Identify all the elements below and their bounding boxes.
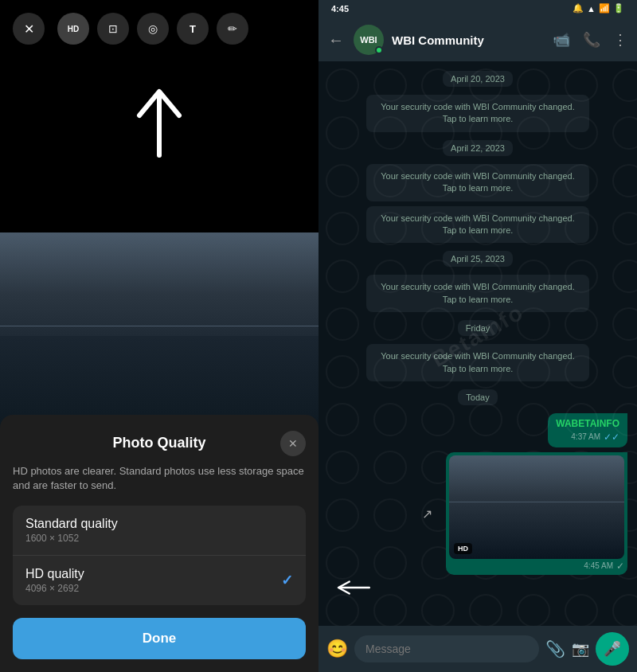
chat-area: April 20, 2023 Your security code with W… (318, 61, 637, 626)
arrow-indicator (334, 572, 374, 607)
message-time-1: 4:37 AM (571, 432, 600, 441)
sheet-header: Photo Quality ✕ (13, 431, 306, 456)
system-message-4[interactable]: Your security code with WBI Community ch… (366, 275, 589, 312)
hd-quality-subtitle: 4096 × 2692 (25, 583, 293, 594)
phone-call-icon[interactable]: 📞 (583, 31, 600, 49)
system-message-3[interactable]: Your security code with WBI Community ch… (366, 206, 589, 244)
hd-badge: HD (454, 543, 472, 554)
more-options-icon[interactable]: ⋮ (613, 31, 627, 49)
hd-quality-title: HD quality (25, 567, 293, 581)
wifi-icon: ▲ (587, 4, 596, 14)
sender-name: WABETAINFO (556, 418, 619, 429)
back-button[interactable]: ← (328, 31, 344, 49)
date-label-april20: April 20, 2023 (443, 71, 513, 87)
text-button[interactable]: T (177, 13, 209, 45)
sent-image-message-wrapper: ↗ HD 4:45 AM ✓ (446, 452, 627, 575)
hd-selected-checkmark: ✓ (281, 572, 293, 589)
quality-options-list: Standard quality 1600 × 1052 HD quality … (13, 506, 306, 605)
sheet-title: Photo Quality (38, 435, 280, 451)
chat-input-bar: 😊 📎 📷 🎤 (318, 626, 637, 672)
contact-info: WBI Community (392, 33, 545, 47)
standard-quality-title: Standard quality (25, 517, 293, 531)
close-icon: ✕ (24, 21, 34, 37)
video-call-icon[interactable]: 📹 (553, 31, 570, 49)
text-icon: T (190, 23, 196, 35)
battery-icon: 🔋 (613, 3, 624, 14)
draw-icon: ✏ (228, 22, 237, 35)
mic-button[interactable]: 🎤 (596, 632, 629, 666)
status-bar-icons: 🔔 ▲ 📶 🔋 (573, 3, 624, 14)
system-message-2[interactable]: Your security code with WBI Community ch… (366, 164, 589, 201)
status-time: 4:45 (331, 4, 349, 14)
up-arrow-icon (131, 88, 187, 162)
hd-icon: HD (68, 25, 79, 33)
date-label-april25: April 25, 2023 (443, 251, 513, 267)
message-image: HD (449, 455, 624, 559)
message-input[interactable] (354, 635, 539, 662)
image-horizon (449, 502, 624, 502)
system-message-5[interactable]: Your security code with WBI Community ch… (366, 344, 589, 381)
date-label-friday: Friday (458, 320, 498, 336)
signal-icon: 📶 (599, 3, 610, 14)
avatar-initials: WBI (360, 35, 377, 45)
sheet-close-icon: ✕ (288, 437, 298, 450)
done-button[interactable]: Done (13, 618, 306, 659)
mic-icon: 🎤 (604, 640, 621, 658)
horizon-line (0, 326, 318, 326)
image-content (449, 455, 624, 559)
standard-quality-option[interactable]: Standard quality 1600 × 1052 (13, 506, 306, 556)
photo-preview (0, 232, 318, 440)
sticker-button[interactable]: ◎ (137, 13, 169, 45)
date-label-april22: April 22, 2023 (443, 140, 513, 156)
status-bar: 4:45 🔔 ▲ 📶 🔋 (318, 0, 637, 17)
sheet-description: HD photos are clearer. Standard photos u… (13, 464, 306, 493)
crop-icon: ⊡ (108, 22, 118, 35)
system-message-1[interactable]: Your security code with WBI Community ch… (366, 95, 589, 132)
notification-icon: 🔔 (573, 3, 584, 14)
forward-icon[interactable]: ↗ (422, 506, 432, 521)
wa-header: ← WBI WBI Community 📹 📞 ⋮ (318, 17, 637, 61)
message-ticks-2: ✓ (616, 561, 624, 572)
message-meta-2: 4:45 AM ✓ (449, 561, 624, 572)
hd-quality-toggle-button[interactable]: HD (57, 13, 89, 45)
message-time-2: 4:45 AM (584, 561, 613, 570)
sent-image-message: HD 4:45 AM ✓ (446, 452, 627, 575)
photo-quality-sheet: Photo Quality ✕ HD photos are clearer. S… (0, 415, 318, 672)
crop-button[interactable]: ⊡ (97, 13, 129, 45)
message-ticks-1: ✓✓ (604, 432, 619, 443)
left-panel: ✕ HD ⊡ ◎ T ✏ Photo Quality ✕ HD photos a… (0, 0, 318, 672)
hd-quality-option[interactable]: HD quality 4096 × 2692 ✓ (13, 556, 306, 605)
standard-quality-subtitle: 1600 × 1052 (25, 533, 293, 544)
toolbar-icons: HD ⊡ ◎ T ✏ (57, 13, 248, 45)
sent-text-message: WABETAINFO 4:37 AM ✓✓ (548, 413, 627, 447)
contact-name: WBI Community (392, 33, 545, 47)
attachment-button[interactable]: 📎 (545, 639, 565, 658)
header-action-icons: 📹 📞 ⋮ (553, 31, 627, 49)
online-indicator (375, 46, 383, 54)
camera-button[interactable]: 📷 (572, 640, 589, 658)
close-button[interactable]: ✕ (13, 13, 45, 45)
sticker-icon: ◎ (148, 22, 158, 35)
date-label-today: Today (458, 389, 497, 405)
message-meta-1: 4:37 AM ✓✓ (556, 432, 619, 443)
avatar: WBI (354, 25, 384, 55)
draw-button[interactable]: ✏ (217, 13, 248, 45)
emoji-button[interactable]: 😊 (326, 639, 348, 659)
sheet-close-button[interactable]: ✕ (280, 431, 306, 456)
